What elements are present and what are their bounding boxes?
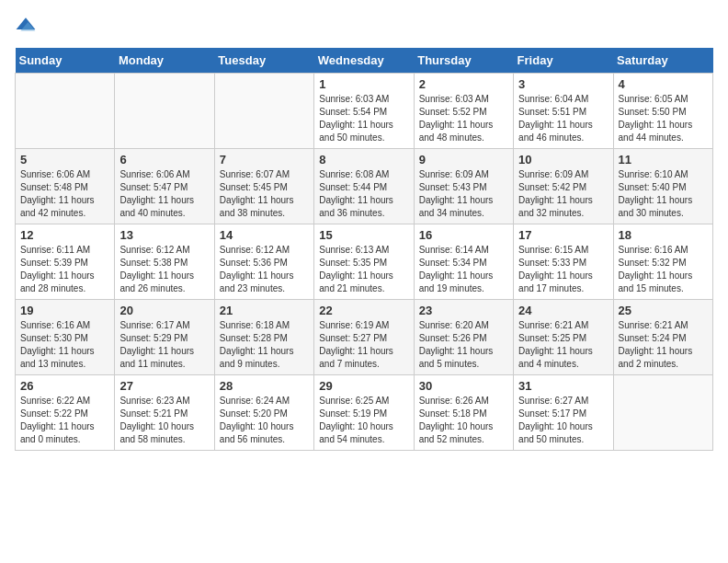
day-detail: Sunrise: 6:05 AMSunset: 5:50 PMDaylight:… [619,93,708,144]
day-detail: Sunrise: 6:03 AMSunset: 5:52 PMDaylight:… [419,93,508,144]
calendar-cell: 23Sunrise: 6:20 AMSunset: 5:26 PMDayligh… [414,300,513,375]
day-detail: Sunrise: 6:06 AMSunset: 5:48 PMDaylight:… [20,168,109,220]
calendar-week-row: 5Sunrise: 6:06 AMSunset: 5:48 PMDaylight… [16,149,713,224]
logo [15,15,40,37]
day-detail: Sunrise: 6:15 AMSunset: 5:33 PMDaylight:… [518,244,608,295]
day-detail: Sunrise: 6:27 AMSunset: 5:17 PMDaylight:… [518,395,608,446]
calendar-cell: 14Sunrise: 6:12 AMSunset: 5:36 PMDayligh… [214,224,313,300]
calendar-cell: 21Sunrise: 6:18 AMSunset: 5:28 PMDayligh… [214,300,313,375]
day-detail: Sunrise: 6:16 AMSunset: 5:32 PMDaylight:… [619,244,708,295]
day-number: 8 [319,153,408,167]
day-number: 19 [20,304,109,317]
calendar-cell: 16Sunrise: 6:14 AMSunset: 5:34 PMDayligh… [414,224,513,300]
day-detail: Sunrise: 6:04 AMSunset: 5:51 PMDaylight:… [518,93,608,144]
day-number: 18 [619,228,708,242]
calendar-cell [16,74,115,149]
calendar-cell: 1Sunrise: 6:03 AMSunset: 5:54 PMDaylight… [314,74,414,149]
day-detail: Sunrise: 6:21 AMSunset: 5:24 PMDaylight:… [619,319,708,371]
day-number: 3 [518,77,608,91]
day-detail: Sunrise: 6:09 AMSunset: 5:42 PMDaylight:… [518,168,608,220]
day-detail: Sunrise: 6:07 AMSunset: 5:45 PMDaylight:… [220,168,309,220]
calendar-table: SundayMondayTuesdayWednesdayThursdayFrid… [15,48,713,451]
day-number: 11 [619,153,708,167]
weekday-header-saturday: Saturday [613,48,712,74]
day-number: 4 [619,77,708,91]
calendar-cell: 6Sunrise: 6:06 AMSunset: 5:47 PMDaylight… [115,149,214,224]
logo-icon [15,15,37,37]
day-number: 5 [20,153,109,167]
calendar-cell: 24Sunrise: 6:21 AMSunset: 5:25 PMDayligh… [514,300,613,375]
day-number: 21 [220,304,309,317]
day-detail: Sunrise: 6:12 AMSunset: 5:36 PMDaylight:… [220,244,309,295]
day-number: 6 [119,153,209,167]
calendar-cell: 5Sunrise: 6:06 AMSunset: 5:48 PMDaylight… [16,149,115,224]
day-detail: Sunrise: 6:19 AMSunset: 5:27 PMDaylight:… [319,319,408,371]
day-number: 26 [20,379,109,393]
day-detail: Sunrise: 6:09 AMSunset: 5:43 PMDaylight:… [419,168,508,220]
day-number: 9 [419,153,508,167]
calendar-cell: 27Sunrise: 6:23 AMSunset: 5:21 PMDayligh… [115,375,214,451]
weekday-header-tuesday: Tuesday [214,48,313,74]
calendar-cell: 18Sunrise: 6:16 AMSunset: 5:32 PMDayligh… [613,224,712,300]
day-number: 14 [220,228,309,242]
calendar-week-row: 1Sunrise: 6:03 AMSunset: 5:54 PMDaylight… [16,74,713,149]
calendar-cell: 30Sunrise: 6:26 AMSunset: 5:18 PMDayligh… [414,375,513,451]
calendar-cell: 4Sunrise: 6:05 AMSunset: 5:50 PMDaylight… [613,74,712,149]
day-detail: Sunrise: 6:10 AMSunset: 5:40 PMDaylight:… [619,168,708,220]
day-number: 29 [319,379,408,393]
day-detail: Sunrise: 6:26 AMSunset: 5:18 PMDaylight:… [419,395,508,446]
calendar-cell: 11Sunrise: 6:10 AMSunset: 5:40 PMDayligh… [613,149,712,224]
calendar-cell [214,74,313,149]
day-number: 15 [319,228,408,242]
day-detail: Sunrise: 6:24 AMSunset: 5:20 PMDaylight:… [220,395,309,446]
calendar-cell: 22Sunrise: 6:19 AMSunset: 5:27 PMDayligh… [314,300,414,375]
calendar-cell: 15Sunrise: 6:13 AMSunset: 5:35 PMDayligh… [314,224,414,300]
day-detail: Sunrise: 6:17 AMSunset: 5:29 PMDaylight:… [119,319,209,371]
page-header [15,15,713,37]
calendar-week-row: 26Sunrise: 6:22 AMSunset: 5:22 PMDayligh… [16,375,713,451]
calendar-cell [115,74,214,149]
day-number: 10 [518,153,608,167]
day-number: 30 [419,379,508,393]
day-number: 7 [220,153,309,167]
day-detail: Sunrise: 6:20 AMSunset: 5:26 PMDaylight:… [419,319,508,371]
calendar-cell: 8Sunrise: 6:08 AMSunset: 5:44 PMDaylight… [314,149,414,224]
day-number: 20 [119,304,209,317]
day-number: 28 [220,379,309,393]
day-detail: Sunrise: 6:22 AMSunset: 5:22 PMDaylight:… [20,395,109,446]
day-detail: Sunrise: 6:25 AMSunset: 5:19 PMDaylight:… [319,395,408,446]
day-detail: Sunrise: 6:03 AMSunset: 5:54 PMDaylight:… [319,93,408,144]
calendar-week-row: 19Sunrise: 6:16 AMSunset: 5:30 PMDayligh… [16,300,713,375]
day-detail: Sunrise: 6:16 AMSunset: 5:30 PMDaylight:… [20,319,109,371]
weekday-header-row: SundayMondayTuesdayWednesdayThursdayFrid… [16,48,713,74]
calendar-cell: 19Sunrise: 6:16 AMSunset: 5:30 PMDayligh… [16,300,115,375]
calendar-cell: 26Sunrise: 6:22 AMSunset: 5:22 PMDayligh… [16,375,115,451]
calendar-cell: 17Sunrise: 6:15 AMSunset: 5:33 PMDayligh… [514,224,613,300]
day-number: 1 [319,77,408,91]
day-detail: Sunrise: 6:18 AMSunset: 5:28 PMDaylight:… [220,319,309,371]
calendar-cell: 28Sunrise: 6:24 AMSunset: 5:20 PMDayligh… [214,375,313,451]
calendar-cell: 7Sunrise: 6:07 AMSunset: 5:45 PMDaylight… [214,149,313,224]
weekday-header-monday: Monday [115,48,214,74]
day-number: 17 [518,228,608,242]
calendar-cell: 31Sunrise: 6:27 AMSunset: 5:17 PMDayligh… [514,375,613,451]
day-number: 31 [518,379,608,393]
calendar-cell [613,375,712,451]
weekday-header-thursday: Thursday [414,48,513,74]
weekday-header-sunday: Sunday [16,48,115,74]
day-number: 13 [119,228,209,242]
calendar-cell: 2Sunrise: 6:03 AMSunset: 5:52 PMDaylight… [414,74,513,149]
day-detail: Sunrise: 6:21 AMSunset: 5:25 PMDaylight:… [518,319,608,371]
calendar-cell: 20Sunrise: 6:17 AMSunset: 5:29 PMDayligh… [115,300,214,375]
calendar-cell: 29Sunrise: 6:25 AMSunset: 5:19 PMDayligh… [314,375,414,451]
day-detail: Sunrise: 6:23 AMSunset: 5:21 PMDaylight:… [119,395,209,446]
calendar-cell: 25Sunrise: 6:21 AMSunset: 5:24 PMDayligh… [613,300,712,375]
weekday-header-wednesday: Wednesday [314,48,414,74]
day-number: 23 [419,304,508,317]
day-detail: Sunrise: 6:14 AMSunset: 5:34 PMDaylight:… [419,244,508,295]
day-number: 12 [20,228,109,242]
day-detail: Sunrise: 6:12 AMSunset: 5:38 PMDaylight:… [119,244,209,295]
day-number: 22 [319,304,408,317]
weekday-header-friday: Friday [514,48,613,74]
day-number: 25 [619,304,708,317]
